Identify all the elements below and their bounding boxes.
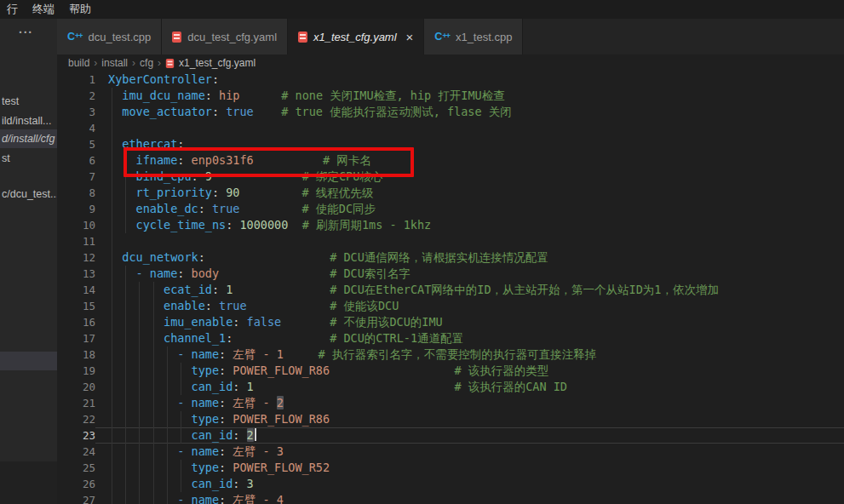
code-token: : xyxy=(212,186,226,199)
code-token: enable_dc xyxy=(136,202,198,215)
indent-guide xyxy=(112,492,112,504)
indent-guide xyxy=(112,88,112,104)
code-token: - xyxy=(177,347,191,361)
code-token: # 线程优先级 xyxy=(302,186,374,199)
code-token: POWER_FLOW_R52 xyxy=(233,461,330,474)
breadcrumb-segment[interactable]: install xyxy=(101,57,128,69)
indent-guide xyxy=(112,411,112,427)
indent-guide xyxy=(167,379,168,395)
code-token: ethercat xyxy=(122,137,177,151)
indent-guide xyxy=(112,282,112,298)
close-icon[interactable]: × xyxy=(406,31,414,43)
code-line: 11 xyxy=(57,233,844,249)
code-token: can_id xyxy=(192,428,233,442)
line-number: 17 xyxy=(57,330,95,346)
indent-guide xyxy=(112,363,112,379)
sidebar-item[interactable]: ild/install... xyxy=(0,112,57,130)
indent-guide xyxy=(112,266,112,282)
code-token: # 该执行器的类型 xyxy=(454,364,548,377)
highlighted-token: 2 xyxy=(277,396,284,410)
code-token: body xyxy=(192,266,220,280)
sidebar-item[interactable]: test xyxy=(0,92,57,111)
indent-guide xyxy=(153,298,154,314)
code-token xyxy=(108,477,192,490)
code-token: bind_cpu xyxy=(136,169,192,183)
code-token: : xyxy=(198,202,212,215)
tab-dcu_test_cfg.yaml[interactable]: dcu_test_cfg.yaml xyxy=(162,19,288,54)
indent-guide xyxy=(112,217,112,233)
code-token: - xyxy=(177,444,191,458)
indent-guide xyxy=(112,330,112,346)
sidebar-item[interactable] xyxy=(0,352,57,370)
code-token: true xyxy=(226,105,254,118)
code-token xyxy=(212,169,302,183)
menu-item-run[interactable]: 行 xyxy=(7,2,18,17)
line-number: 19 xyxy=(57,363,95,379)
indent-guide xyxy=(125,266,126,282)
code-token: : xyxy=(177,266,191,280)
line-number: 21 xyxy=(57,395,95,411)
indent-guide xyxy=(167,476,168,492)
sidebar: ··· testild/install...d/install/cfgstc/d… xyxy=(0,19,57,504)
code-token: - xyxy=(136,266,150,280)
code-token: name xyxy=(192,444,220,458)
indent-guide xyxy=(112,249,112,266)
code-token xyxy=(108,461,192,474)
more-actions-icon[interactable]: ··· xyxy=(19,26,33,39)
breadcrumb-segment[interactable]: build xyxy=(68,57,89,69)
sidebar-item[interactable]: c/dcu_test... xyxy=(0,185,57,203)
code-token: enp0s31f6 xyxy=(192,153,254,167)
indent-guide xyxy=(112,169,112,185)
indent-guide xyxy=(125,217,126,233)
code-token: # 该执行器的CAN ID xyxy=(454,380,567,393)
code-token: # 刷新周期1ms - 1khz xyxy=(302,218,432,232)
code-token: can_id xyxy=(192,477,233,490)
code-token: # DCU索引名字 xyxy=(330,266,411,280)
menu-item-help[interactable]: 帮助 xyxy=(69,2,91,17)
tab-x1_test_cfg.yaml[interactable]: x1_test_cfg.yaml× xyxy=(288,19,424,54)
indent-guide xyxy=(153,395,154,411)
tab-dcu_test.cpp[interactable]: C++dcu_test.cpp xyxy=(57,19,162,54)
breadcrumb: build › install › cfg › x1_test_cfg.yaml xyxy=(57,54,844,72)
code-line: 8 rt_priority: 90 # 线程优先级 xyxy=(57,185,844,201)
code-token: : xyxy=(212,283,226,296)
code-token: # 网卡名 xyxy=(323,153,371,167)
menu-item-terminal[interactable]: 终端 xyxy=(32,2,55,17)
line-number: 23 xyxy=(57,427,95,444)
code-token: type xyxy=(192,412,220,426)
text-cursor xyxy=(255,428,256,441)
breadcrumb-file[interactable]: x1_test_cfg.yaml xyxy=(179,57,255,69)
code-token: move_actuator xyxy=(122,105,212,118)
code-token: channel_1 xyxy=(164,331,226,345)
indent-guide xyxy=(167,363,168,379)
indent-guide xyxy=(139,314,140,330)
cpp-file-icon: C++ xyxy=(434,31,450,43)
code-token xyxy=(108,89,122,102)
code-token: : xyxy=(177,137,184,151)
code-line: 1XyberController: xyxy=(57,72,844,88)
code-token: : xyxy=(205,89,219,102)
sidebar-item[interactable]: st xyxy=(0,149,57,168)
code-token: POWER_FLOW_R86 xyxy=(233,412,330,426)
code-line: 5 ethercat: xyxy=(57,136,844,152)
sidebar-item[interactable]: d/install/cfg xyxy=(0,129,57,148)
indent-guide xyxy=(167,395,168,411)
code-line: 23 can_id: 2 xyxy=(57,427,844,444)
editor-code[interactable]: 1XyberController:2 imu_dcu_name: hip # n… xyxy=(57,72,844,504)
code-token: : xyxy=(219,444,233,458)
indent-guide xyxy=(112,201,112,217)
code-token: : xyxy=(226,218,239,232)
breadcrumb-segment[interactable]: cfg xyxy=(140,57,153,69)
breadcrumb-separator: › xyxy=(94,57,97,69)
indent-guide xyxy=(139,395,140,411)
code-token xyxy=(108,105,122,118)
indent-guide xyxy=(112,120,112,136)
line-number: 12 xyxy=(57,249,95,266)
indent-guide xyxy=(112,314,112,330)
indent-guide xyxy=(125,314,126,330)
code-line: 18 - name: 左臂 - 1 # 执行器索引名字，不需要控制的执行器可直接… xyxy=(57,346,844,363)
code-token xyxy=(108,380,192,393)
indent-guide xyxy=(139,298,140,314)
line-number: 8 xyxy=(57,185,95,201)
tab-x1_test.cpp[interactable]: C++x1_test.cpp xyxy=(424,19,523,54)
